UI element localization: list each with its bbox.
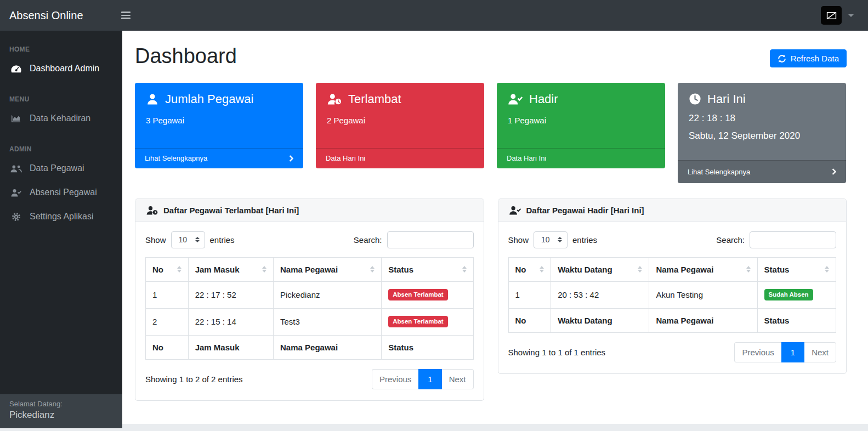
column-header-status[interactable]: Status xyxy=(382,257,473,281)
table-row: 1 22 : 17 : 52 Pickedianz Absen Terlamba… xyxy=(146,281,474,308)
page-length-select[interactable]: 10 xyxy=(171,231,205,248)
entries-label: entries xyxy=(572,235,597,245)
footer-col-jam-masuk: Jam Masuk xyxy=(188,335,273,359)
stat-card-title: Terlambat xyxy=(348,92,401,106)
cell-status: Sudah Absen xyxy=(757,281,836,308)
previous-page-button[interactable]: Previous xyxy=(734,342,781,362)
datatable-footer: Showing 1 to 2 of 2 entries Previous 1 N… xyxy=(145,369,474,389)
sidebar-item-data-kehadiran[interactable]: Data Kehadiran xyxy=(0,106,122,131)
user-check-icon xyxy=(9,189,22,197)
stat-card-footer-link[interactable]: Lihat Selengkapnya xyxy=(678,160,846,183)
column-header-status[interactable]: Status xyxy=(757,257,836,281)
datatable-footer: Showing 1 to 1 of 1 entries Previous 1 N… xyxy=(508,342,837,362)
card-body: Show 10 entries Search: xyxy=(135,222,484,400)
footer-col-nama: Nama Pegawai xyxy=(274,335,382,359)
user-avatar[interactable] xyxy=(821,6,842,25)
stat-card-body: Hadir 1 Pegawai xyxy=(497,83,665,148)
search-control: Search: xyxy=(354,231,474,248)
clock-icon xyxy=(689,93,701,105)
stat-card-value: 1 Pegawai xyxy=(508,116,654,125)
column-header-nama-pegawai[interactable]: Nama Pegawai xyxy=(274,257,382,281)
cell-waktu-datang: 20 : 53 : 42 xyxy=(551,281,649,308)
column-header-no[interactable]: No xyxy=(146,257,189,281)
caret-down-icon[interactable] xyxy=(848,14,854,17)
user-clock-icon xyxy=(327,93,342,105)
footer-col-nama: Nama Pegawai xyxy=(649,308,757,332)
table-row: 2 22 : 15 : 14 Test3 Absen Terlambat xyxy=(146,308,474,335)
card-title: Daftar Pegawai Hadir [Hari Ini] xyxy=(526,206,644,215)
next-page-button[interactable]: Next xyxy=(804,342,836,362)
previous-page-button[interactable]: Previous xyxy=(372,369,418,389)
chevron-right-icon xyxy=(289,155,293,162)
search-input[interactable] xyxy=(387,231,474,248)
stat-card-hadir: Hadir 1 Pegawai Data Hari Ini xyxy=(497,83,665,168)
sort-icon xyxy=(370,266,375,273)
sidebar-toggle-icon[interactable] xyxy=(121,12,131,19)
cell-nama: Akun Testing xyxy=(649,281,757,308)
pagination: Previous 1 Next xyxy=(372,369,474,389)
table-footer-row: No Jam Masuk Nama Pegawai Status xyxy=(146,335,474,359)
sidebar-item-absensi-pegawai[interactable]: Absensi Pegawai xyxy=(0,180,122,205)
sidebar-item-label: Absensi Pegawai xyxy=(30,188,97,197)
select-caret-icon xyxy=(195,237,200,242)
sidebar-section-admin: ADMIN xyxy=(0,131,122,156)
app-brand[interactable]: Absensi Online xyxy=(0,9,114,22)
user-check-icon xyxy=(509,206,521,215)
column-header-no[interactable]: No xyxy=(508,257,551,281)
stat-card-title: Jumlah Pegawai xyxy=(165,92,253,106)
page-length-value: 10 xyxy=(179,235,188,244)
sidebar-item-dashboard-admin[interactable]: Dashboard Admin xyxy=(0,56,122,81)
card-header: Daftar Pegawai Terlambat [Hari Ini] xyxy=(135,199,484,222)
status-badge: Sudah Absen xyxy=(764,289,813,300)
user-check-icon xyxy=(508,93,523,105)
sort-icon xyxy=(638,266,642,273)
footer-col-no: No xyxy=(508,308,551,332)
sidebar-section-menu: MENU xyxy=(0,81,122,106)
page-1-button[interactable]: 1 xyxy=(418,369,441,389)
page-1-button[interactable]: 1 xyxy=(781,342,804,362)
sidebar: HOME Dashboard Admin MENU Data Kehadiran… xyxy=(0,31,122,428)
page-title: Dashboard xyxy=(135,45,237,68)
entries-label: entries xyxy=(210,235,235,245)
cell-status: Absen Terlambat xyxy=(382,281,473,308)
show-label: Show xyxy=(508,235,529,245)
sort-icon xyxy=(462,266,467,273)
search-label: Search: xyxy=(354,235,382,245)
stat-card-footer-link[interactable]: Data Hari Ini xyxy=(316,148,484,168)
users-icon xyxy=(9,165,22,173)
terlambat-table: No Jam Masuk Nama Pegawai Status 1 22 : … xyxy=(145,257,474,360)
page-header: Dashboard Refresh Data xyxy=(135,45,847,68)
search-input[interactable] xyxy=(750,231,836,248)
column-header-nama-pegawai[interactable]: Nama Pegawai xyxy=(649,257,757,281)
refresh-icon xyxy=(778,54,786,63)
logged-in-username: Pickedianz xyxy=(9,410,113,421)
cell-status: Absen Terlambat xyxy=(382,308,473,335)
pagination: Previous 1 Next xyxy=(734,342,836,362)
cell-no: 2 xyxy=(146,308,189,335)
cell-no: 1 xyxy=(146,281,189,308)
current-time: 22 : 18 : 18 xyxy=(689,113,835,124)
show-label: Show xyxy=(145,235,166,245)
status-badge: Absen Terlambat xyxy=(388,289,447,300)
stat-card-value: 2 Pegawai xyxy=(327,116,473,125)
stat-card-title: Hari Ini xyxy=(707,92,746,106)
stat-card-body: Hari Ini 22 : 18 : 18 Sabtu, 12 Septembe… xyxy=(678,83,846,160)
sidebar-section-home: HOME xyxy=(0,31,122,56)
broken-image-icon xyxy=(826,11,837,20)
sidebar-item-settings-aplikasi[interactable]: Settings Aplikasi xyxy=(0,205,122,229)
table-info: Showing 1 to 2 of 2 entries xyxy=(145,375,243,384)
card-pegawai-hadir: Daftar Pegawai Hadir [Hari Ini] Show 10 … xyxy=(498,199,847,374)
column-header-jam-masuk[interactable]: Jam Masuk xyxy=(188,257,273,281)
datatable-controls: Show 10 entries Search: xyxy=(145,231,474,248)
sidebar-item-data-pegawai[interactable]: Data Pegawai xyxy=(0,156,122,180)
next-page-button[interactable]: Next xyxy=(442,369,474,389)
table-footer-row: No Waktu Datang Nama Pegawai Status xyxy=(508,308,836,332)
page-length-select[interactable]: 10 xyxy=(534,231,568,248)
card-pegawai-terlambat: Daftar Pegawai Terlambat [Hari Ini] Show… xyxy=(135,199,484,401)
cell-nama: Test3 xyxy=(274,308,382,335)
column-header-waktu-datang[interactable]: Waktu Datang xyxy=(551,257,649,281)
stat-card-footer-link[interactable]: Lihat Selengkapnya xyxy=(135,148,303,168)
refresh-data-button[interactable]: Refresh Data xyxy=(770,49,847,67)
stat-card-footer-link[interactable]: Data Hari Ini xyxy=(497,148,665,168)
page-length-value: 10 xyxy=(541,235,550,244)
